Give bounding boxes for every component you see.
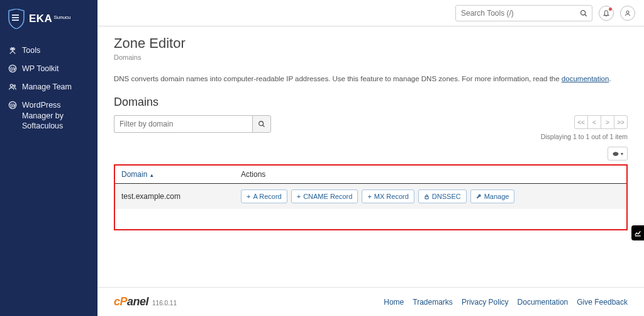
search-tools[interactable] xyxy=(455,5,592,21)
domains-table: Domain ▴ Actions test.example.com +A R xyxy=(115,166,626,209)
svg-point-8 xyxy=(626,11,629,13)
dnssec-button[interactable]: DNSSEC xyxy=(418,189,467,203)
pager-last[interactable]: >> xyxy=(614,115,628,129)
svg-point-7 xyxy=(581,10,586,14)
pager-buttons: << < > >> xyxy=(575,115,628,129)
sort-asc-icon: ▴ xyxy=(148,172,153,178)
caret-down-icon: ▾ xyxy=(621,151,623,157)
svg-rect-10 xyxy=(425,196,428,199)
wordpress-icon xyxy=(8,101,17,110)
sidebar-item-label: Tools xyxy=(22,45,40,56)
add-mx-record-button[interactable]: +MX Record xyxy=(362,189,414,203)
col-actions: Actions xyxy=(235,166,626,184)
stats-fab[interactable] xyxy=(631,225,644,240)
sidebar-item-wp-manager[interactable]: WordPress Manager by Softaculous xyxy=(8,96,90,136)
team-icon xyxy=(8,82,17,92)
plus-icon: + xyxy=(247,193,250,200)
filter-search-button[interactable] xyxy=(252,115,271,133)
table-row: test.example.com +A Record +CNAME Record xyxy=(115,184,626,210)
cell-domain: test.example.com xyxy=(115,184,235,210)
wordpress-icon xyxy=(8,64,17,74)
notifications-button[interactable] xyxy=(599,6,614,21)
page-title: Zone Editor xyxy=(114,35,628,52)
cell-actions: +A Record +CNAME Record +MX Record xyxy=(235,184,626,210)
shield-icon xyxy=(8,9,25,29)
sidebar-item-tools[interactable]: Tools xyxy=(8,42,90,60)
gear-icon xyxy=(612,150,619,157)
sidebar-item-label: Manage Team xyxy=(22,82,72,93)
table-settings-row: ▾ xyxy=(114,147,628,161)
domains-table-highlight: Domain ▴ Actions test.example.com +A R xyxy=(114,164,628,230)
footer-links: Home Trademarks Privacy Policy Documenta… xyxy=(384,298,628,307)
main: Zone Editor Domains DNS converts domain … xyxy=(97,0,644,316)
user-menu-button[interactable] xyxy=(620,6,635,21)
sidebar-item-manage-team[interactable]: Manage Team xyxy=(8,78,90,96)
cpanel-logo: cPanel xyxy=(114,295,148,308)
footer-link-docs[interactable]: Documentation xyxy=(518,298,569,307)
content: Zone Editor Domains DNS converts domain … xyxy=(97,26,644,287)
svg-rect-1 xyxy=(12,17,19,18)
footer-link-trademarks[interactable]: Trademarks xyxy=(413,298,453,307)
sidebar-item-wp-toolkit[interactable]: WP Toolkit xyxy=(8,60,90,78)
wrench-icon xyxy=(476,194,482,200)
cpanel-version: 116.0.11 xyxy=(152,300,177,307)
app-root: EKASunucu Tools xyxy=(0,0,644,316)
filter-group xyxy=(114,115,271,133)
svg-point-9 xyxy=(259,121,264,126)
documentation-link[interactable]: documentation xyxy=(562,75,609,82)
filter-row: << < > >> Displaying 1 to 1 out of 1 ite… xyxy=(114,115,628,140)
brand-name: EKASunucu xyxy=(29,13,71,25)
search-icon xyxy=(580,9,587,17)
col-domain[interactable]: Domain ▴ xyxy=(115,166,235,184)
notification-dot-icon xyxy=(609,8,612,11)
tools-icon xyxy=(8,46,17,55)
topbar xyxy=(97,0,644,26)
svg-point-5 xyxy=(13,85,15,87)
sidebar: EKASunucu Tools xyxy=(0,0,97,316)
footer: cPanel 116.0.11 Home Trademarks Privacy … xyxy=(97,287,644,316)
svg-point-4 xyxy=(10,84,13,87)
page-description: DNS converts domain names into computer-… xyxy=(114,74,628,84)
table-settings-button[interactable]: ▾ xyxy=(608,147,628,161)
footer-link-privacy[interactable]: Privacy Policy xyxy=(462,298,509,307)
pager-summary: Displaying 1 to 1 out of 1 item xyxy=(541,133,628,140)
brand-logo: EKASunucu xyxy=(0,0,97,42)
sidebar-item-label: WordPress Manager by Softaculous xyxy=(22,100,90,132)
sidebar-item-label: WP Toolkit xyxy=(22,64,59,74)
search-input[interactable] xyxy=(456,6,592,21)
svg-rect-0 xyxy=(12,14,19,16)
pager: << < > >> Displaying 1 to 1 out of 1 ite… xyxy=(541,115,628,140)
pager-prev[interactable]: < xyxy=(587,115,601,129)
sidebar-nav: Tools WP Toolkit xyxy=(0,42,97,135)
filter-input[interactable] xyxy=(114,115,252,133)
add-a-record-button[interactable]: +A Record xyxy=(241,189,287,203)
pager-first[interactable]: << xyxy=(574,115,588,129)
breadcrumb: Domains xyxy=(114,54,628,61)
plus-icon: + xyxy=(367,193,371,200)
lock-icon xyxy=(424,194,430,200)
domains-heading: Domains xyxy=(114,96,628,109)
svg-rect-2 xyxy=(12,20,19,21)
plus-icon: + xyxy=(297,193,301,200)
manage-button[interactable]: Manage xyxy=(470,189,515,203)
footer-link-home[interactable]: Home xyxy=(384,298,404,307)
pager-next[interactable]: > xyxy=(601,115,614,129)
add-cname-record-button[interactable]: +CNAME Record xyxy=(291,189,358,203)
footer-brand: cPanel 116.0.11 xyxy=(114,295,177,308)
footer-link-feedback[interactable]: Give Feedback xyxy=(577,298,628,307)
